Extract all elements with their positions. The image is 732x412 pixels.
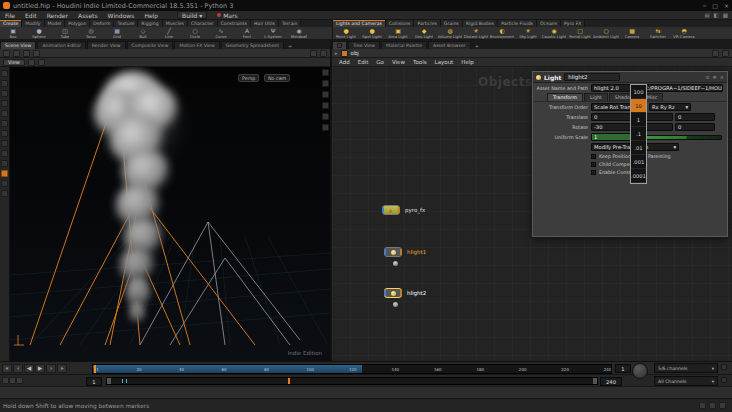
maximize-button[interactable]: ▢ [712, 2, 718, 9]
pane-tab[interactable]: Asset Browser [428, 41, 471, 49]
menu-item[interactable]: Edit [20, 12, 42, 19]
pane-tab[interactable]: Composite View [127, 41, 174, 49]
shelf-tab[interactable]: Terrain [279, 20, 302, 27]
transport-button[interactable]: » [57, 364, 67, 373]
display-tool-icon[interactable] [1, 180, 8, 187]
network-menu-item[interactable]: Layout [431, 59, 458, 65]
network-path[interactable]: obj [351, 50, 359, 56]
checkbox[interactable] [591, 162, 596, 167]
rotate-z-field[interactable]: 0 [675, 123, 715, 131]
menu-item[interactable]: File [0, 12, 20, 19]
shelf-tab[interactable]: Model [45, 20, 66, 27]
ladder-item[interactable]: 100 [631, 85, 646, 99]
resize-grip-icon[interactable] [719, 402, 726, 409]
pose-tool-icon[interactable] [1, 120, 8, 127]
display-options-icon[interactable] [310, 50, 317, 57]
scoped-channels-dropdown[interactable]: 5/6 channels▾ [654, 363, 718, 373]
tool-option-icon[interactable] [38, 59, 45, 66]
persp-view-icon[interactable] [322, 69, 329, 76]
shelf-tool[interactable]: ◉ Metaball [286, 27, 312, 39]
translate-z-field[interactable]: 0 [675, 113, 715, 121]
shelf-tab[interactable]: Particles [414, 20, 440, 27]
shelf-tab[interactable]: Constraints [218, 20, 251, 27]
ladder-item[interactable]: .0001 [631, 169, 646, 183]
shelf-tool[interactable]: ⇆ Switcher [645, 27, 671, 39]
shelf-tool[interactable]: ◍ Volume Light [437, 27, 463, 39]
shelf-tool[interactable]: ╱ Line [156, 27, 182, 39]
display-opts-icon[interactable] [322, 113, 329, 120]
close-button[interactable]: × [724, 2, 729, 9]
shading-mode-icon[interactable] [322, 80, 329, 87]
handles-tool-icon[interactable] [1, 130, 8, 137]
shelf-tab[interactable]: Hair Utils [251, 20, 279, 27]
path-history-icon[interactable] [712, 50, 719, 57]
transport-button[interactable]: › [46, 364, 56, 373]
global-anim-options-icon[interactable] [2, 377, 9, 384]
pin-icon[interactable]: ⊙ [705, 74, 709, 80]
node-hlight1[interactable]: hlight1 [384, 247, 402, 257]
gear-icon[interactable]: ≡ [713, 74, 717, 80]
rotate-tool-icon[interactable] [1, 100, 8, 107]
range-end-handle[interactable] [593, 378, 597, 384]
snapshot-icon[interactable] [3, 50, 10, 57]
pane-tab[interactable]: Material Palette [381, 41, 427, 49]
memory-icon[interactable] [709, 402, 716, 409]
construction-plane-icon[interactable] [33, 50, 40, 57]
playbar-option-button[interactable] [721, 377, 727, 383]
wireframe-tool-icon[interactable] [1, 160, 8, 167]
parm-tab[interactable]: Transform [547, 93, 583, 101]
shelf-tab[interactable]: Rigging [138, 20, 162, 27]
menu-item[interactable]: Help [139, 12, 163, 19]
ladder-item[interactable]: .1 [631, 127, 646, 141]
shelf-tool[interactable]: ☀ Sky Light [515, 27, 541, 39]
shelf-tool[interactable]: ▢ Portal Light [567, 27, 593, 39]
no-cam-button[interactable]: No cam [264, 74, 290, 82]
shelf-tab[interactable]: Grains [441, 20, 463, 27]
shelf-tool[interactable]: ○ Ambient Light [593, 27, 619, 39]
active-tool-icon[interactable] [1, 170, 8, 177]
rotate-x-field[interactable]: -30 [591, 123, 631, 131]
network-menu-item[interactable]: Add [335, 59, 354, 65]
pane-tab[interactable]: Render View [87, 41, 126, 49]
shelf-tool[interactable]: Ψ L-System [260, 27, 286, 39]
transport-button[interactable]: « [2, 364, 12, 373]
shelf-tab[interactable]: Lights and Cameras [333, 20, 386, 27]
desktop-selector[interactable]: Build▾ [177, 11, 207, 19]
shelf-tool[interactable]: ◐ Environment [489, 27, 515, 39]
ladder-item[interactable]: .001 [631, 155, 646, 169]
shelf-tab[interactable]: Oceans [537, 20, 561, 27]
flipbook-tool-icon[interactable] [1, 190, 8, 197]
shelf-tool[interactable]: ● Sphere [26, 27, 52, 39]
pane-tab[interactable]: Animation Editor [37, 41, 85, 49]
ladder-item[interactable]: 10 [631, 99, 646, 113]
pane-tab[interactable]: Geometry Spreadsheet [221, 41, 284, 49]
shelf-tool[interactable]: ● Point Light [333, 27, 359, 39]
split-pane-icon[interactable]: ◧ [714, 12, 719, 18]
scene-viewport[interactable]: Persp No cam Indie Edition [0, 67, 330, 361]
translate-tool-icon[interactable] [1, 90, 8, 97]
shelf-tab[interactable]: Deform [90, 20, 114, 27]
network-menu-item[interactable]: Help [457, 59, 478, 65]
node-name-field[interactable]: hlight2 [564, 73, 620, 81]
display-flag[interactable] [382, 207, 384, 213]
grid-toggle-icon[interactable] [322, 102, 329, 109]
menu-item[interactable]: Render [42, 12, 73, 19]
message-log-icon[interactable] [699, 402, 706, 409]
shelf-tool[interactable]: ● Spot Light [359, 27, 385, 39]
parm-tab[interactable]: Light [584, 93, 608, 101]
current-frame-field[interactable]: 1 [615, 364, 631, 373]
pane-tab[interactable]: Motion FX View [174, 41, 219, 49]
realtime-toggle-icon[interactable] [16, 377, 23, 384]
network-view-tab[interactable] [332, 41, 347, 49]
network-menu-item[interactable]: Edit [354, 59, 373, 65]
ladder-item[interactable]: 1 [631, 113, 646, 127]
rotate-order-dropdown[interactable]: Rx Ry Rz▾ [649, 103, 691, 111]
shelf-tab[interactable]: Muscles [163, 20, 188, 27]
grid-layout-icon[interactable]: ▦ [723, 12, 728, 18]
scale-tool-icon[interactable] [1, 110, 8, 117]
playbar-option-button[interactable] [721, 364, 727, 370]
playback-options-icon[interactable] [9, 377, 16, 384]
timeline[interactable]: 120406080100120140160180200220240 [92, 364, 612, 374]
minimize-button[interactable]: ─ [703, 2, 707, 9]
shelf-tab[interactable]: Modify [22, 20, 44, 27]
